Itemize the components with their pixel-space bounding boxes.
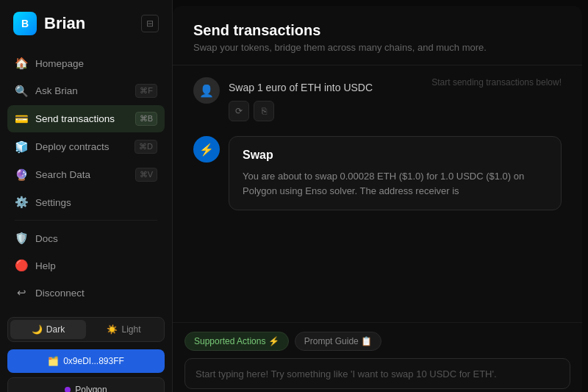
sidebar-item-ask-brian[interactable]: 🔍 Ask Brian ⌘F (7, 77, 165, 104)
footer-input-area (184, 358, 570, 389)
app-title: Brian (44, 14, 85, 33)
shortcut-badge: ⌘B (135, 112, 157, 126)
sidebar-item-label: Homepage (35, 58, 157, 69)
logo-icon: B (13, 12, 37, 35)
message-actions: ⟳ ⎘ (229, 101, 562, 121)
light-label: Light (121, 324, 140, 335)
network-button[interactable]: Polygon (7, 377, 165, 392)
sidebar-item-settings[interactable]: ⚙️ Settings (7, 189, 165, 215)
light-theme-button[interactable]: ☀️ Light (86, 320, 162, 339)
sidebar-item-disconnect[interactable]: ↩ Disconnect (7, 279, 165, 306)
sidebar-item-label: Search Data (35, 169, 128, 180)
sidebar-item-label: Help (35, 260, 157, 271)
wallet-address-label: 0x9eDI...893FF (63, 356, 124, 366)
dark-label: Dark (46, 324, 65, 335)
copy-icon: ⎘ (262, 106, 267, 116)
hint-text: Start sending transactions below! (431, 77, 562, 88)
deploy-contracts-icon: 🧊 (15, 140, 28, 154)
brian-message-row: ⚡ Swap You are about to swap 0.00028 ETH… (193, 136, 562, 210)
brian-avatar-icon: ⚡ (199, 143, 214, 157)
collapse-icon: ⊟ (146, 18, 154, 29)
sidebar-bottom: 🌙 Dark ☀️ Light 🗂️ 0x9eDI...893FF Polygo… (0, 310, 172, 392)
docs-icon: 🛡️ (15, 232, 28, 245)
main-body: Start sending transactions below! 👤 Swap… (173, 65, 582, 322)
swap-card: Swap You are about to swap 0.00028 ETH (… (229, 136, 562, 210)
sidebar-header: B Brian ⊟ (0, 0, 172, 47)
refresh-message-button[interactable]: ⟳ (229, 101, 249, 121)
main-footer: Supported Actions ⚡ Prompt Guide 📋 (173, 322, 582, 392)
help-icon: 🔴 (15, 259, 28, 272)
page-title: Send transactions (193, 22, 562, 39)
ask-brian-icon: 🔍 (15, 85, 28, 98)
network-label: Polygon (75, 385, 107, 392)
swap-card-title: Swap (243, 149, 548, 162)
wallet-address-button[interactable]: 🗂️ 0x9eDI...893FF (7, 349, 165, 373)
prompt-guide-label: Prompt Guide 📋 (304, 336, 372, 346)
sidebar-collapse-button[interactable]: ⊟ (141, 15, 159, 32)
sidebar-item-send-transactions[interactable]: 💳 Send transactions ⌘B (7, 105, 165, 132)
footer-actions: Supported Actions ⚡ Prompt Guide 📋 (184, 332, 570, 351)
send-transactions-icon: 💳 (15, 113, 28, 126)
sidebar-nav: 🏠 Homepage 🔍 Ask Brian ⌘F 💳 Send transac… (0, 47, 172, 310)
homepage-icon: 🏠 (15, 57, 28, 70)
logo-area: B Brian (13, 12, 85, 35)
settings-icon: ⚙️ (15, 196, 28, 209)
user-avatar: 👤 (193, 77, 220, 104)
theme-toggle: 🌙 Dark ☀️ Light (7, 317, 165, 342)
network-dot-icon (65, 387, 71, 392)
prompt-guide-button[interactable]: Prompt Guide 📋 (295, 332, 381, 351)
moon-icon: 🌙 (32, 324, 43, 335)
chat-input[interactable] (196, 368, 559, 379)
sidebar-item-search-data[interactable]: 🔮 Search Data ⌘V (7, 161, 165, 188)
sidebar-item-deploy-contracts[interactable]: 🧊 Deploy contracts ⌘D (7, 133, 165, 160)
refresh-icon: ⟳ (235, 106, 243, 116)
sidebar-item-label: Send transactions (35, 113, 128, 124)
search-data-icon: 🔮 (15, 168, 28, 182)
sidebar-item-label: Deploy contracts (35, 141, 127, 152)
main-header: Send transactions Swap your tokens, brid… (173, 6, 582, 65)
sidebar-item-label: Settings (35, 197, 157, 208)
sun-icon: ☀️ (107, 324, 118, 335)
sidebar-item-label: Disconnect (35, 288, 157, 299)
sidebar: B Brian ⊟ 🏠 Homepage 🔍 Ask Brian ⌘F 💳 Se… (0, 0, 173, 392)
page-subtitle: Swap your tokens, bridge them across man… (193, 42, 562, 53)
brian-message-content: Swap You are about to swap 0.00028 ETH (… (229, 136, 562, 210)
sidebar-item-docs[interactable]: 🛡️ Docs (7, 225, 165, 252)
dark-theme-button[interactable]: 🌙 Dark (10, 320, 86, 339)
shortcut-badge: ⌘V (135, 168, 157, 182)
supported-actions-label: Supported Actions ⚡ (194, 336, 279, 346)
user-avatar-icon: 👤 (199, 84, 214, 98)
main-content: Send transactions Swap your tokens, brid… (173, 6, 582, 392)
shortcut-badge: ⌘F (135, 84, 157, 98)
supported-actions-button[interactable]: Supported Actions ⚡ (184, 332, 289, 351)
sidebar-item-homepage[interactable]: 🏠 Homepage (7, 50, 165, 76)
disconnect-icon: ↩ (15, 286, 28, 299)
swap-card-description: You are about to swap 0.00028 ETH ($1.0)… (243, 169, 548, 198)
brian-avatar: ⚡ (193, 136, 220, 163)
shortcut-badge: ⌘D (135, 140, 157, 154)
wallet-icon: 🗂️ (48, 356, 59, 366)
nav-divider (15, 220, 157, 221)
copy-message-button[interactable]: ⎘ (254, 101, 274, 121)
sidebar-item-label: Docs (35, 233, 157, 244)
sidebar-item-label: Ask Brian (35, 85, 128, 96)
sidebar-item-help[interactable]: 🔴 Help (7, 252, 165, 279)
